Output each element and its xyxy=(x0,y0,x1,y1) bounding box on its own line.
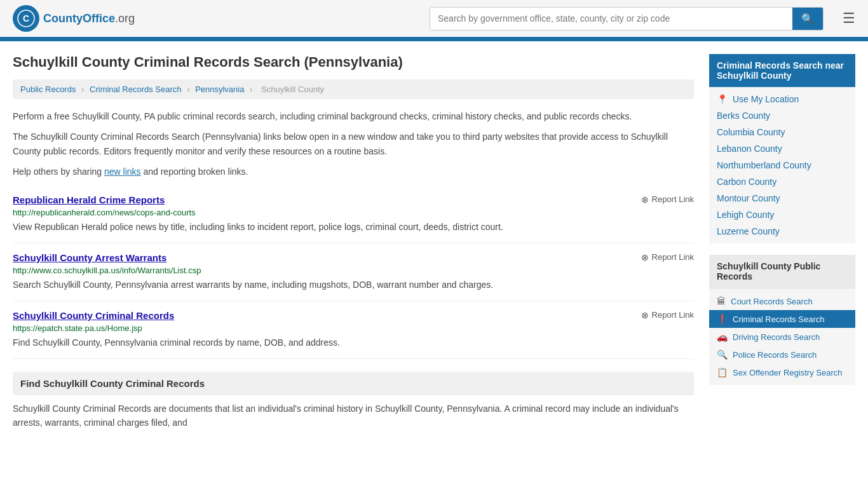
sidebar: Criminal Records Search near Schuylkill … xyxy=(709,54,855,430)
result-item: Republican Herald Crime Reports ⊗ Report… xyxy=(13,186,694,243)
breadcrumb-criminal-records[interactable]: Criminal Records Search xyxy=(90,85,182,94)
result-desc-2: Find Schuylkill County, Pennsylvania cri… xyxy=(13,336,694,349)
section-desc: Schuylkill County Criminal Records are d… xyxy=(13,402,694,430)
result-url-2: https://epatch.state.pa.us/Home.jsp xyxy=(13,323,694,333)
breadcrumb-pennsylvania[interactable]: Pennsylvania xyxy=(195,85,244,94)
breadcrumb-current: Schuylkill County xyxy=(261,85,324,94)
result-title-2[interactable]: Schuylkill County Criminal Records xyxy=(13,310,174,321)
breadcrumb-public-records[interactable]: Public Records xyxy=(20,85,76,94)
new-links[interactable]: new links xyxy=(104,166,141,177)
criminal-icon: ❗ xyxy=(717,314,728,324)
sidebar-county-luzerne[interactable]: Luzerne County xyxy=(709,223,855,240)
breadcrumb: Public Records › Criminal Records Search… xyxy=(13,79,694,99)
sidebar-police-records[interactable]: 🔍 Police Records Search xyxy=(709,346,855,363)
location-pin-icon: 📍 xyxy=(717,94,728,104)
report-icon-2: ⊗ xyxy=(641,310,649,320)
result-title-0[interactable]: Republican Herald Crime Reports xyxy=(13,194,165,205)
sidebar-county-berks[interactable]: Berks County xyxy=(709,107,855,124)
sidebar-public-list: 🏛 Court Records Search ❗ Criminal Record… xyxy=(709,288,855,385)
sidebar-nearby-box: Criminal Records Search near Schuylkill … xyxy=(709,54,855,243)
sidebar-county-carbon[interactable]: Carbon County xyxy=(709,173,855,190)
result-desc-1: Search Schuylkill County, Pennsylvania a… xyxy=(13,278,694,292)
section-heading: Find Schuylkill County Criminal Records xyxy=(13,372,694,395)
sex-offender-icon: 📋 xyxy=(717,367,728,377)
sidebar-criminal-records[interactable]: ❗ Criminal Records Search xyxy=(709,310,855,328)
result-url-0: http://republicanherald.com/news/cops-an… xyxy=(13,208,694,217)
logo-icon: C xyxy=(13,5,39,32)
sidebar-county-columbia[interactable]: Columbia County xyxy=(709,124,855,140)
police-icon: 🔍 xyxy=(717,349,728,360)
search-button[interactable]: 🔍 xyxy=(792,8,823,30)
sidebar-public-box: Schuylkill County Public Records 🏛 Court… xyxy=(709,255,855,385)
result-item: Schuylkill County Arrest Warrants ⊗ Repo… xyxy=(13,243,694,301)
logo-text: CountyOffice.org xyxy=(43,12,135,25)
description-2: The Schuylkill County Criminal Records S… xyxy=(13,130,694,158)
driving-icon: 🚗 xyxy=(717,332,728,342)
use-my-location[interactable]: 📍 Use My Location xyxy=(709,91,855,107)
sidebar-driving-records[interactable]: 🚗 Driving Records Search xyxy=(709,328,855,346)
page-title: Schuylkill County Criminal Records Searc… xyxy=(13,54,694,71)
court-icon: 🏛 xyxy=(717,296,726,306)
report-link-0[interactable]: ⊗ Report Link xyxy=(641,194,694,205)
search-bar: 🔍 xyxy=(430,7,824,30)
sidebar-nearby-title: Criminal Records Search near Schuylkill … xyxy=(709,54,855,87)
report-link-2[interactable]: ⊗ Report Link xyxy=(641,310,694,320)
site-header: C CountyOffice.org 🔍 ☰ xyxy=(0,0,868,39)
report-link-1[interactable]: ⊗ Report Link xyxy=(641,252,694,262)
report-icon-1: ⊗ xyxy=(641,252,649,262)
sidebar-county-lehigh[interactable]: Lehigh County xyxy=(709,207,855,223)
description-3: Help others by sharing new links and rep… xyxy=(13,165,694,179)
description-1: Perform a free Schuylkill County, PA pub… xyxy=(13,109,694,123)
result-item: Schuylkill County Criminal Records ⊗ Rep… xyxy=(13,301,694,359)
sidebar-nearby-list: 📍 Use My Location Berks County Columbia … xyxy=(709,87,855,243)
page-container: Schuylkill County Criminal Records Searc… xyxy=(0,41,868,442)
result-url-1: http://www.co.schuylkill.pa.us/info/Warr… xyxy=(13,266,694,275)
search-input[interactable] xyxy=(430,8,792,30)
result-title-1[interactable]: Schuylkill County Arrest Warrants xyxy=(13,252,166,263)
sidebar-public-title: Schuylkill County Public Records xyxy=(709,255,855,288)
sidebar-county-northumberland[interactable]: Northumberland County xyxy=(709,157,855,173)
result-desc-0: View Republican Herald police news by ti… xyxy=(13,220,694,234)
sidebar-county-lebanon[interactable]: Lebanon County xyxy=(709,140,855,157)
report-icon-0: ⊗ xyxy=(641,194,649,205)
logo[interactable]: C CountyOffice.org xyxy=(13,5,135,32)
main-content: Schuylkill County Criminal Records Searc… xyxy=(13,54,694,430)
menu-icon[interactable]: ☰ xyxy=(843,10,855,27)
sidebar-county-montour[interactable]: Montour County xyxy=(709,190,855,207)
results-list: Republican Herald Crime Reports ⊗ Report… xyxy=(13,186,694,359)
svg-text:C: C xyxy=(23,13,29,24)
sidebar-sex-offender[interactable]: 📋 Sex Offender Registry Search xyxy=(709,363,855,381)
sidebar-court-records[interactable]: 🏛 Court Records Search xyxy=(709,292,855,310)
